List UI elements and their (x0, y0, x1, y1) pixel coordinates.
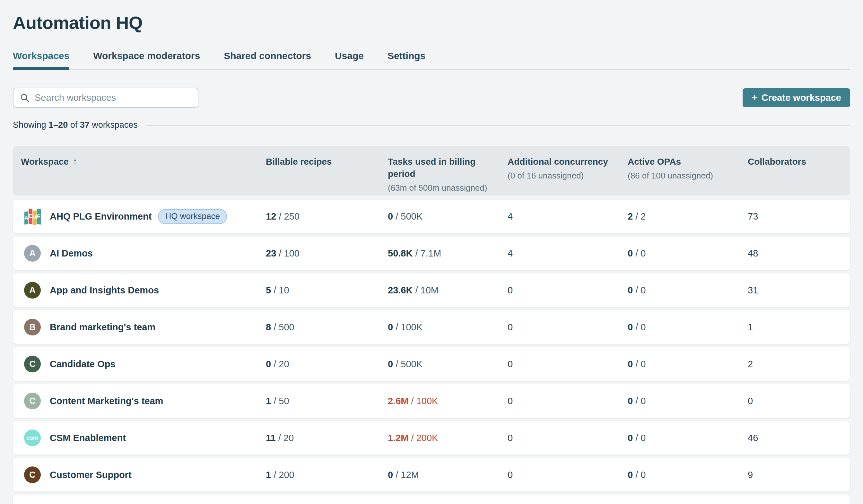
column-label: Active OPAs (628, 157, 681, 167)
active-opas-cell: 0 / 0 (620, 396, 740, 406)
automation-hq-page: Automation HQ Workspaces Workspace moder… (0, 12, 863, 504)
active-opas-cell: 0 / 0 (620, 285, 740, 296)
active-opas-cell: 2 / 2 (620, 211, 740, 222)
column-header-workspace[interactable]: Workspace↑ (13, 146, 258, 196)
table-row[interactable]: A App and Insights Demos 5 / 10 23.6K / … (13, 274, 850, 307)
tasks-used-cell: 23.6K / 10M (380, 285, 500, 296)
billable-recipes-cell: 23 / 100 (258, 248, 380, 259)
create-workspace-button[interactable]: + Create workspace (742, 88, 850, 107)
billable-recipes-cell: 1 / 200 (258, 470, 380, 480)
collaborators-cell: 1 (740, 322, 850, 332)
tab-settings[interactable]: Settings (388, 50, 425, 69)
active-opas-cell: 0 / 0 (620, 322, 740, 332)
results-summary: Showing 1–20 of 37 workspaces (13, 120, 850, 130)
additional-concurrency-cell: 4 (500, 211, 620, 222)
collaborators-cell: 46 (740, 433, 850, 443)
summary-range: 1–20 (49, 120, 68, 130)
sort-ascending-icon: ↑ (73, 156, 77, 167)
table-row[interactable]: C Candidate Ops 0 / 20 0 / 500K 0 0 / 0 … (13, 347, 850, 381)
column-label: Additional concurrency (508, 157, 608, 167)
collaborators-cell: 73 (740, 211, 850, 222)
workspace-name: Customer Support (50, 470, 132, 480)
tasks-used-cell: 1.2M / 200K (380, 433, 500, 443)
table-row[interactable]: A AI Demos 23 / 100 50.8K / 7.1M 4 0 / 0… (13, 237, 850, 270)
logo-letter: C (28, 209, 33, 224)
tab-shared-connectors[interactable]: Shared connectors (224, 50, 311, 69)
tasks-used-cell: 2.6M / 100K (380, 396, 500, 406)
search-input[interactable] (35, 92, 191, 103)
workspace-name: Content Marketing's team (50, 396, 163, 406)
additional-concurrency-cell: 4 (500, 248, 620, 259)
workspace-cell: B Brand marketing's team (13, 319, 258, 336)
column-sublabel: (86 of 100 unassigned) (628, 171, 740, 181)
hq-workspace-badge: HQ workspace (158, 209, 227, 224)
workspace-cell: csm CSM Enablement (13, 429, 258, 446)
column-header-active-opas: Active OPAs(86 of 100 unassigned) (620, 146, 740, 196)
workspace-cell: C Candidate Ops (13, 356, 258, 373)
workspace-cell: A AI Demos (13, 245, 258, 262)
billable-recipes-cell: 5 / 10 (258, 285, 380, 296)
column-header-additional-concurrency: Additional concurrency(0 of 16 unassigne… (500, 146, 620, 196)
workspace-name: Brand marketing's team (50, 322, 155, 332)
logo-letter: M (33, 211, 37, 225)
toolbar: + Create workspace (13, 88, 850, 108)
additional-concurrency-cell: 0 (500, 470, 620, 480)
workspace-avatar: ACME (24, 208, 41, 225)
table-header-row: Workspace↑Billable recipesTasks used in … (13, 146, 850, 196)
tasks-used-cell: 50.8K / 7.1M (380, 248, 500, 259)
column-label: Workspace (21, 157, 69, 167)
workspace-avatar: csm (24, 429, 41, 446)
collaborators-cell: 31 (740, 285, 850, 296)
table-row[interactable]: C Customer Support 1 / 200 0 / 12M 0 0 /… (13, 458, 850, 491)
table-row[interactable]: B Brand marketing's team 8 / 500 0 / 100… (13, 311, 850, 344)
page-title: Automation HQ (13, 12, 850, 33)
workspace-cell: ACME AHQ PLG Environment HQ workspace (13, 208, 258, 225)
summary-divider (146, 125, 850, 126)
workspace-avatar: C (24, 356, 41, 373)
workspace-avatar: C (24, 393, 41, 409)
collaborators-cell: 0 (740, 396, 850, 406)
table-row[interactable]: ACME AHQ PLG Environment HQ workspace 12… (13, 200, 850, 233)
billable-recipes-cell: 8 / 500 (258, 322, 380, 332)
additional-concurrency-cell: 0 (500, 396, 620, 406)
tab-workspace-moderators[interactable]: Workspace moderators (93, 50, 200, 69)
billable-recipes-cell: 12 / 250 (258, 211, 380, 222)
tab-usage[interactable]: Usage (335, 50, 364, 69)
next-row-partial (13, 495, 850, 504)
plus-icon: + (752, 92, 758, 104)
column-label: Collaborators (748, 157, 806, 167)
additional-concurrency-cell: 0 (500, 285, 620, 296)
workspace-cell: A App and Insights Demos (13, 282, 258, 299)
workspace-avatar: B (24, 319, 41, 336)
table-row[interactable]: C Content Marketing's team 1 / 50 2.6M /… (13, 384, 850, 418)
column-sublabel: (63m of 500m unassigned) (388, 182, 500, 193)
workspace-avatar: C (24, 466, 41, 483)
tasks-used-cell: 0 / 12M (380, 470, 500, 480)
active-opas-cell: 0 / 0 (620, 248, 740, 259)
column-header-tasks-used-in-billing-period: Tasks used in billing period(63m of 500m… (380, 146, 500, 196)
logo-letter: E (37, 209, 41, 225)
active-opas-cell: 0 / 0 (620, 470, 740, 480)
column-sublabel: (0 of 16 unassigned) (508, 171, 620, 181)
collaborators-cell: 48 (740, 248, 850, 259)
workspaces-table: Workspace↑Billable recipesTasks used in … (13, 146, 850, 504)
billable-recipes-cell: 11 / 20 (258, 433, 380, 443)
workspace-name: AI Demos (50, 248, 93, 259)
collaborators-cell: 2 (740, 359, 850, 369)
active-opas-cell: 0 / 0 (620, 359, 740, 369)
workspace-avatar: A (24, 282, 41, 299)
column-header-billable-recipes: Billable recipes (258, 146, 380, 196)
tab-workspaces[interactable]: Workspaces (13, 50, 69, 69)
workspace-name: App and Insights Demos (50, 285, 159, 296)
workspace-name: AHQ PLG Environment (50, 211, 151, 222)
workspace-name: Candidate Ops (50, 359, 116, 369)
workspace-cell: C Content Marketing's team (13, 393, 258, 409)
search-icon (20, 93, 29, 103)
table-row[interactable]: csm CSM Enablement 11 / 20 1.2M / 200K 0… (13, 421, 850, 455)
search-box (13, 88, 198, 108)
create-workspace-label: Create workspace (762, 92, 841, 103)
workspace-cell: C Customer Support (13, 466, 258, 483)
collaborators-cell: 9 (740, 470, 850, 480)
table-body: ACME AHQ PLG Environment HQ workspace 12… (13, 200, 850, 491)
active-opas-cell: 0 / 0 (620, 433, 740, 443)
